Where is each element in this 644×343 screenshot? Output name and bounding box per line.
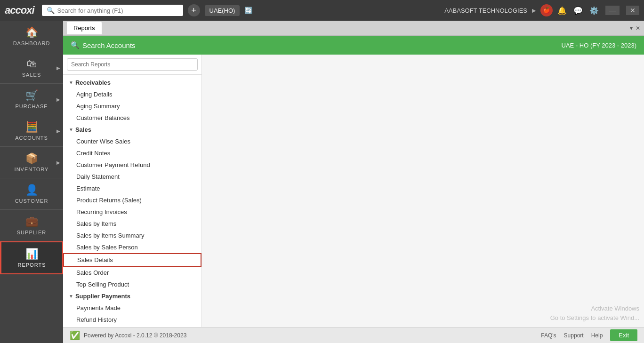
tab-dropdown-button[interactable]: ▾ bbox=[630, 25, 633, 32]
tab-bar: Reports ▾ ✕ bbox=[63, 21, 644, 36]
sidebar-item-label: SUPPLIER bbox=[17, 230, 46, 235]
arrow-icon: ▶ bbox=[56, 128, 60, 134]
topbar: accoxi 🔍 + UAE(HO) 🔄 AABASOFT TECHNOLOGI… bbox=[0, 0, 644, 21]
company-label: UAE(HO) bbox=[209, 7, 235, 14]
content-area: Reports ▾ ✕ 🔍 Search Accounts UAE - HO (… bbox=[63, 21, 644, 343]
tree-item-counter-wise-sales[interactable]: Counter Wise Sales bbox=[63, 136, 201, 147]
watermark-text: Activate Windows Go to Settings to activ… bbox=[550, 304, 639, 322]
search-icon: 🔍 bbox=[47, 7, 55, 14]
sidebar-item-label: SALES bbox=[22, 72, 41, 78]
company-name[interactable]: AABASOFT TECHNOLOGIES bbox=[444, 7, 527, 14]
close-button[interactable]: ✕ bbox=[626, 6, 639, 15]
tree-item-recurring-invoices[interactable]: Recurring Invoices bbox=[63, 206, 201, 218]
dashboard-icon: 🏠 bbox=[25, 26, 38, 39]
tree-item-payments-made[interactable]: Payments Made bbox=[63, 302, 201, 314]
sidebar-item-sales[interactable]: 🛍 SALES ▶ bbox=[0, 52, 63, 84]
sidebar-item-label: PURCHASE bbox=[15, 104, 48, 109]
collapse-icon: ▼ bbox=[69, 294, 73, 299]
app-logo: accoxi bbox=[5, 4, 34, 16]
tree-item-sales-details[interactable]: Sales Details bbox=[63, 253, 201, 267]
add-button[interactable]: + bbox=[188, 4, 200, 16]
tree-item-customer-balances[interactable]: Customer Balances bbox=[63, 112, 201, 124]
minimize-button[interactable]: — bbox=[605, 6, 620, 15]
tree-item-sales-by-items[interactable]: Sales by Items bbox=[63, 218, 201, 230]
tree-item-sales-by-items-summary[interactable]: Sales by Items Summary bbox=[63, 230, 201, 241]
refresh-icon[interactable]: 🔄 bbox=[244, 7, 252, 14]
sidebar-item-label: CUSTOMER bbox=[15, 198, 48, 204]
reports-search-input[interactable] bbox=[67, 58, 198, 71]
tree-item-daily-statement[interactable]: Daily Statement bbox=[63, 171, 201, 183]
green-header: 🔍 Search Accounts UAE - HO (FY 2023 - 20… bbox=[63, 36, 644, 55]
tree-item-estimate[interactable]: Estimate bbox=[63, 183, 201, 194]
tree-item-top-selling-product[interactable]: Top Selling Product bbox=[63, 279, 201, 290]
tree-item-sales-order[interactable]: Sales Order bbox=[63, 267, 201, 279]
sidebar-item-purchase[interactable]: 🛒 PURCHASE ▶ bbox=[0, 84, 63, 115]
settings-icon[interactable]: ⚙️ bbox=[589, 6, 599, 15]
topbar-icons: 🔔 💬 ⚙️ — ✕ bbox=[557, 6, 639, 15]
search-accounts-icon: 🔍 bbox=[71, 41, 80, 49]
footer: ✅ Powered by Accoxi - 2.0.12 © 2018-2023… bbox=[63, 327, 644, 343]
footer-logo-icon: ✅ bbox=[70, 330, 80, 341]
sidebar: 🏠 DASHBOARD 🛍 SALES ▶ 🛒 PURCHASE ▶ 🧮 ACC… bbox=[0, 21, 63, 343]
purchase-icon: 🛒 bbox=[25, 89, 38, 102]
bell-icon[interactable]: 🔔 bbox=[557, 6, 567, 15]
arrow-icon: ▶ bbox=[56, 65, 60, 71]
global-search-bar[interactable]: 🔍 bbox=[42, 5, 183, 16]
footer-right: FAQ's Support Help Exit bbox=[541, 329, 637, 341]
tab-controls: ▾ ✕ bbox=[630, 25, 640, 32]
reports-icon: 📊 bbox=[25, 248, 38, 260]
inventory-icon: 📦 bbox=[25, 152, 38, 165]
section-sales[interactable]: ▼ Sales bbox=[63, 124, 201, 136]
tree-item-aging-details[interactable]: Aging Details bbox=[63, 88, 201, 100]
sidebar-item-label: INVENTORY bbox=[15, 167, 49, 172]
sidebar-item-reports[interactable]: 📊 REPORTS bbox=[0, 241, 63, 274]
tree-item-product-returns[interactable]: Product Returns (Sales) bbox=[63, 194, 201, 206]
footer-left: ✅ Powered by Accoxi - 2.0.12 © 2018-2023 bbox=[70, 330, 186, 341]
supplier-icon: 💼 bbox=[25, 215, 38, 228]
avatar: 🍎 bbox=[540, 4, 553, 16]
reports-preview: Activate Windows Go to Settings to activ… bbox=[202, 55, 644, 327]
sidebar-item-supplier[interactable]: 💼 SUPPLIER bbox=[0, 210, 63, 241]
sidebar-item-label: REPORTS bbox=[18, 262, 46, 268]
customer-icon: 👤 bbox=[25, 184, 38, 196]
help-link[interactable]: Help bbox=[591, 332, 603, 339]
tree-item-customer-payment-refund[interactable]: Customer Payment Refund bbox=[63, 159, 201, 171]
global-search-input[interactable] bbox=[57, 7, 170, 14]
reports-search-box bbox=[63, 55, 201, 75]
tree-item-credit-notes[interactable]: Credit Notes bbox=[63, 147, 201, 159]
section-supplier-payments[interactable]: ▼ Supplier Payments bbox=[63, 290, 201, 302]
tab-reports[interactable]: Reports bbox=[67, 22, 102, 34]
tree-item-refund-history[interactable]: Refund History bbox=[63, 314, 201, 326]
main-layout: 🏠 DASHBOARD 🛍 SALES ▶ 🛒 PURCHASE ▶ 🧮 ACC… bbox=[0, 21, 644, 343]
sales-icon: 🛍 bbox=[26, 58, 37, 70]
accounts-icon: 🧮 bbox=[25, 121, 38, 133]
collapse-icon: ▼ bbox=[69, 80, 73, 85]
support-link[interactable]: Support bbox=[564, 332, 584, 339]
arrow-icon: ▶ bbox=[532, 8, 536, 14]
exit-button[interactable]: Exit bbox=[610, 329, 637, 341]
company-selector[interactable]: UAE(HO) bbox=[205, 5, 240, 16]
tree-item-aging-summary[interactable]: Aging Summary bbox=[63, 100, 201, 112]
reports-panel: ▼ Receivables Aging Details Aging Summar… bbox=[63, 55, 644, 327]
sidebar-item-accounts[interactable]: 🧮 ACCOUNTS ▶ bbox=[0, 115, 63, 147]
sidebar-item-label: DASHBOARD bbox=[13, 40, 50, 46]
collapse-icon: ▼ bbox=[69, 127, 73, 132]
sidebar-item-dashboard[interactable]: 🏠 DASHBOARD bbox=[0, 21, 63, 52]
header-title: 🔍 Search Accounts bbox=[71, 41, 136, 49]
reports-tree: ▼ Receivables Aging Details Aging Summar… bbox=[63, 75, 201, 327]
reports-list: ▼ Receivables Aging Details Aging Summar… bbox=[63, 55, 202, 327]
arrow-icon: ▶ bbox=[56, 160, 60, 165]
section-receivables[interactable]: ▼ Receivables bbox=[63, 77, 201, 88]
sidebar-item-customer[interactable]: 👤 CUSTOMER bbox=[0, 178, 63, 210]
tab-close-button[interactable]: ✕ bbox=[636, 25, 640, 32]
arrow-icon: ▶ bbox=[56, 97, 60, 102]
sidebar-item-label: ACCOUNTS bbox=[15, 135, 48, 141]
tree-item-sales-by-sales-person[interactable]: Sales by Sales Person bbox=[63, 241, 201, 253]
header-company-period: UAE - HO (FY 2023 - 2023) bbox=[562, 42, 636, 49]
chat-icon[interactable]: 💬 bbox=[573, 6, 583, 15]
faq-link[interactable]: FAQ's bbox=[541, 332, 556, 339]
topbar-right: AABASOFT TECHNOLOGIES ▶ 🍎 🔔 💬 ⚙️ — ✕ bbox=[444, 4, 639, 16]
footer-powered-by: Powered by Accoxi - 2.0.12 © 2018-2023 bbox=[84, 332, 186, 339]
sidebar-item-inventory[interactable]: 📦 INVENTORY ▶ bbox=[0, 147, 63, 178]
